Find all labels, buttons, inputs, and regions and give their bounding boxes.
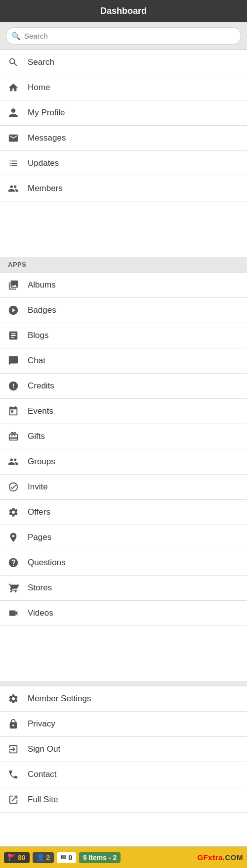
albums-icon: [8, 280, 25, 290]
nav-label-search: Search: [28, 57, 54, 67]
nav-item-sign-out[interactable]: Sign Out: [0, 737, 247, 762]
nav-label-messages: Messages: [28, 133, 66, 143]
nav-item-contact[interactable]: Contact: [0, 762, 247, 787]
main-nav-list: Search Home My Profile Messages Updates …: [0, 50, 247, 257]
divider: [0, 681, 247, 686]
nav-item-offers[interactable]: Offers: [0, 500, 247, 525]
notifications-badge[interactable]: 🚩 80: [4, 852, 30, 863]
nav-label-chat: Chat: [28, 356, 45, 366]
credits-icon: [8, 381, 25, 391]
nav-item-full-site[interactable]: Full Site: [0, 787, 247, 813]
nav-item-groups[interactable]: Groups: [0, 449, 247, 475]
badges-icon: [8, 305, 25, 316]
nav-label-full-site: Full Site: [28, 795, 58, 805]
nav-label-members: Members: [28, 184, 63, 193]
signout-icon: [8, 744, 25, 755]
nav-item-messages[interactable]: Messages: [0, 126, 247, 151]
nav-label-questions: Questions: [28, 558, 66, 568]
videos-icon: [8, 608, 25, 619]
contact-icon: [8, 769, 25, 780]
nav-label-home: Home: [28, 83, 50, 93]
questions-icon: [8, 557, 25, 568]
privacy-icon: [8, 719, 25, 729]
nav-item-badges[interactable]: Badges: [0, 298, 247, 323]
nav-label-albums: Albums: [28, 280, 56, 290]
items-badge[interactable]: $ Items - 2: [79, 852, 121, 863]
blogs-icon: [8, 330, 25, 341]
invite-icon: [8, 482, 25, 492]
nav-label-pages: Pages: [28, 532, 51, 542]
nav-label-badges: Badges: [28, 305, 56, 315]
nav-item-my-profile[interactable]: My Profile: [0, 100, 247, 126]
search-bar-icon: 🔍: [11, 32, 21, 41]
nav-label-blogs: Blogs: [28, 331, 49, 340]
nav-item-chat[interactable]: Chat: [0, 348, 247, 374]
nav-label-contact: Contact: [28, 770, 57, 779]
search-icon: [8, 57, 25, 68]
messages-badge[interactable]: ✉ 0: [57, 852, 76, 863]
friends-badge[interactable]: 👤 2: [33, 852, 54, 863]
nav-label-updates: Updates: [28, 158, 59, 168]
settings-icon: [8, 693, 25, 704]
bottom-bar: 🚩 80 👤 2 ✉ 0 $ Items - 2 GFxtra.COM: [0, 846, 247, 868]
chat-icon: [8, 355, 25, 366]
nav-item-credits[interactable]: Credits: [0, 374, 247, 399]
nav-item-invite[interactable]: Invite: [0, 475, 247, 500]
bottom-bar-left: 🚩 80 👤 2 ✉ 0 $ Items - 2: [4, 852, 121, 863]
logo-suffix: .COM: [223, 853, 243, 862]
offers-icon: [8, 507, 25, 518]
nav-label-gifts: Gifts: [28, 432, 45, 441]
nav-item-albums[interactable]: Albums: [0, 273, 247, 298]
nav-label-invite: Invite: [28, 482, 48, 492]
notifications-count: 80: [18, 854, 26, 862]
nav-label-member-settings: Member Settings: [28, 694, 91, 704]
gifts-icon: [8, 431, 25, 442]
profile-icon: [8, 107, 25, 118]
nav-label-my-profile: My Profile: [28, 108, 65, 118]
nav-item-updates[interactable]: Updates: [0, 151, 247, 176]
nav-item-videos[interactable]: Videos: [0, 601, 247, 626]
dollar-icon: $: [83, 854, 86, 861]
nav-item-pages[interactable]: Pages: [0, 525, 247, 550]
updates-icon: [8, 158, 25, 169]
friends-count: 2: [46, 854, 50, 862]
nav-item-gifts[interactable]: Gifts: [0, 424, 247, 449]
apps-nav-list: Albums Badges Blogs Chat Credits Events: [0, 273, 247, 681]
home-icon: [8, 82, 25, 93]
flag-icon: 🚩: [8, 854, 16, 861]
nav-label-offers: Offers: [28, 507, 50, 517]
nav-item-blogs[interactable]: Blogs: [0, 323, 247, 348]
nav-item-stores[interactable]: Stores: [0, 576, 247, 601]
nav-item-member-settings[interactable]: Member Settings: [0, 686, 247, 712]
app-header: Dashboard: [0, 0, 247, 22]
messages-count: 0: [68, 854, 72, 862]
members-icon: [8, 183, 25, 194]
nav-item-search[interactable]: Search: [0, 50, 247, 75]
search-bar-wrapper: 🔍: [6, 27, 241, 45]
section-apps-header: APPS: [0, 257, 247, 273]
nav-item-questions[interactable]: Questions: [0, 550, 247, 576]
nav-label-events: Events: [28, 406, 53, 416]
nav-item-members[interactable]: Members: [0, 176, 247, 201]
bottom-logo: GFxtra.COM: [197, 853, 243, 862]
search-input[interactable]: [6, 27, 241, 45]
logo-text: GFxtra: [197, 853, 222, 862]
messages-bottom-icon: ✉: [61, 854, 66, 861]
nav-label-groups: Groups: [28, 457, 55, 467]
stores-icon: [8, 582, 25, 593]
search-bar-container: 🔍: [0, 22, 247, 50]
header-title: Dashboard: [100, 6, 147, 16]
groups-icon: [8, 456, 25, 467]
events-icon: [8, 406, 25, 417]
pages-icon: [8, 532, 25, 543]
friends-icon: 👤: [37, 854, 44, 861]
fullsite-icon: [8, 794, 25, 805]
nav-label-privacy: Privacy: [28, 719, 55, 729]
nav-item-events[interactable]: Events: [0, 399, 247, 424]
nav-label-stores: Stores: [28, 583, 52, 593]
nav-item-home[interactable]: Home: [0, 75, 247, 100]
messages-icon: [8, 133, 25, 144]
nav-item-privacy[interactable]: Privacy: [0, 712, 247, 737]
nav-label-sign-out: Sign Out: [28, 744, 60, 754]
items-label: Items - 2: [88, 854, 117, 862]
